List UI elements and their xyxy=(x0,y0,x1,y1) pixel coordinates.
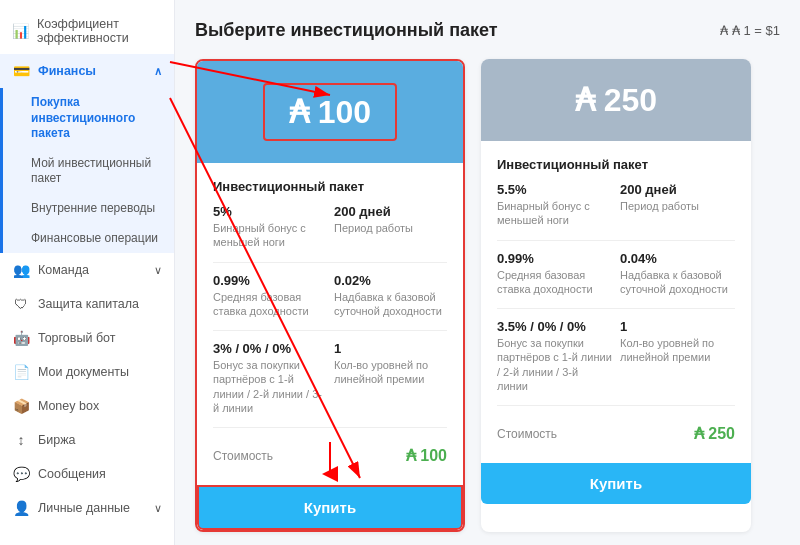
divider-1 xyxy=(213,262,447,263)
sub-item-label: Внутренние переводы xyxy=(31,201,155,217)
page-header: Выберите инвестиционный пакет ₳ ₳ 1 = $1 xyxy=(195,20,780,41)
levels-value: 1 xyxy=(334,341,447,356)
bot-icon: 🤖 xyxy=(12,330,30,346)
cost-trident: ₳ xyxy=(406,446,416,465)
card-row-2: 0.99% Средняя базовая ставка доходности … xyxy=(213,273,447,319)
binary-label: Бинарный бонус с меньшей ноги xyxy=(213,221,326,250)
surcharge-label-2: Надбавка к базовой суточной доходности xyxy=(620,268,735,297)
card-col-period-2: 200 дней Период работы xyxy=(620,182,735,228)
period-label: Период работы xyxy=(334,221,447,235)
card-amount-250: ₳ 250 xyxy=(575,82,657,118)
sidebar-item-protection[interactable]: 🛡 Защита капитала xyxy=(0,287,174,321)
amount-outlined-box: ₳ 100 xyxy=(263,83,397,141)
sidebar-item-bot[interactable]: 🤖 Торговый бот xyxy=(0,321,174,355)
card-col-partner-bonus: 3% / 0% / 0% Бонус за покупки партнёров … xyxy=(213,341,326,415)
levels-label: Кол-во уровней по линейной премии xyxy=(334,358,447,387)
card-cost-row: Стоимость ₳ 100 xyxy=(213,438,447,469)
card-col-partner-bonus-2: 3.5% / 0% / 0% Бонус за покупки партнёро… xyxy=(497,319,612,393)
surcharge-value-2: 0.04% xyxy=(620,251,735,266)
card-body-250: Инвестиционный пакет 5.5% Бинарный бонус… xyxy=(481,141,751,463)
period-value-2: 200 дней xyxy=(620,182,735,197)
sidebar-item-buy-package[interactable]: Покупка инвестиционного пакета xyxy=(3,88,174,149)
sidebar-item-label: Сообщения xyxy=(38,467,106,481)
page-title: Выберите инвестиционный пакет xyxy=(195,20,498,41)
card-amount-header: ₳ 100 xyxy=(197,61,463,163)
card-col-levels-2: 1 Кол-во уровней по линейной премии xyxy=(620,319,735,393)
card-col-surcharge-2: 0.04% Надбавка к базовой суточной доходн… xyxy=(620,251,735,297)
exchange-rate: ₳ ₳ 1 = $1 xyxy=(720,23,780,38)
card-col-period: 200 дней Период работы xyxy=(334,204,447,250)
sidebar-item-label: Защита капитала xyxy=(38,297,139,311)
divider-2 xyxy=(213,330,447,331)
sidebar-item-label: Команда xyxy=(38,263,89,277)
divider-1b xyxy=(497,240,735,241)
chevron-down-icon: ∨ xyxy=(154,264,162,277)
investment-cards: ₳ 100 Инвестиционный пакет 5% Бинарный б… xyxy=(195,59,780,532)
card-cost-row-2: Стоимость ₳ 250 xyxy=(497,416,735,447)
sidebar-item-finances[interactable]: 💳 Финансы ∧ ← xyxy=(0,54,174,88)
levels-label-2: Кол-во уровней по линейной премии xyxy=(620,336,735,365)
exchange-icon: ↕ xyxy=(12,432,30,448)
sidebar-item-label: Коэффициент эффективности xyxy=(37,17,162,45)
sidebar-item-label: Мои документы xyxy=(38,365,129,379)
sidebar-item-docs[interactable]: 📄 Мои документы xyxy=(0,355,174,389)
card-row-2b: 0.99% Средняя базовая ставка доходности … xyxy=(497,251,735,297)
investment-card-250: ₳ 250 Инвестиционный пакет 5.5% Бинарный… xyxy=(481,59,751,532)
efficiency-icon: 📊 xyxy=(12,23,29,39)
sidebar-item-label: Торговый бот xyxy=(38,331,115,345)
surcharge-label: Надбавка к базовой суточной доходности xyxy=(334,290,447,319)
cost-value: ₳ 100 xyxy=(406,446,447,465)
card-col-binary-2: 5.5% Бинарный бонус с меньшей ноги xyxy=(497,182,612,228)
base-rate-label-2: Средняя базовая ставка доходности xyxy=(497,268,612,297)
base-rate-value-2: 0.99% xyxy=(497,251,612,266)
sidebar-item-label: Личные данные xyxy=(38,501,130,515)
partner-bonus-label-2: Бонус за покупки партнёров с 1-й линии /… xyxy=(497,336,612,393)
sidebar-item-messages[interactable]: 💬 Сообщения xyxy=(0,457,174,491)
base-rate-label: Средняя базовая ставка доходности xyxy=(213,290,326,319)
levels-value-2: 1 xyxy=(620,319,735,334)
card-amount: ₳ 100 xyxy=(289,94,371,130)
card-row-3b: 3.5% / 0% / 0% Бонус за покупки партнёро… xyxy=(497,319,735,393)
sidebar-item-label: Финансы xyxy=(38,64,96,78)
chevron-up-icon: ∧ xyxy=(154,65,162,78)
sidebar-item-my-package[interactable]: Мой инвестиционный пакет xyxy=(3,149,174,194)
sidebar: 📊 Коэффициент эффективности 💳 Финансы ∧ … xyxy=(0,0,175,545)
sidebar-item-moneybox[interactable]: 📦 Money box xyxy=(0,389,174,423)
cost-trident-2: ₳ xyxy=(694,424,704,443)
divider-3b xyxy=(497,405,735,406)
messages-icon: 💬 xyxy=(12,466,30,482)
buy-button-100[interactable]: Купить xyxy=(197,485,463,530)
surcharge-value: 0.02% xyxy=(334,273,447,288)
binary-value: 5% xyxy=(213,204,326,219)
main-content: Выберите инвестиционный пакет ₳ ₳ 1 = $1… xyxy=(175,0,800,545)
sidebar-item-label: Биржа xyxy=(38,433,75,447)
card-section-title-250: Инвестиционный пакет xyxy=(497,157,735,172)
card-col-surcharge: 0.02% Надбавка к базовой суточной доходн… xyxy=(334,273,447,319)
cost-label-2: Стоимость xyxy=(497,427,557,441)
sidebar-item-transfers[interactable]: Внутренние переводы xyxy=(3,194,174,224)
partner-bonus-value-2: 3.5% / 0% / 0% xyxy=(497,319,612,334)
trident-icon: ₳ xyxy=(720,23,728,38)
period-label-2: Период работы xyxy=(620,199,735,213)
cost-number: 100 xyxy=(420,447,447,465)
buy-button-250[interactable]: Купить xyxy=(481,463,751,504)
sidebar-item-team[interactable]: 👥 Команда ∨ xyxy=(0,253,174,287)
card-amount-header-250: ₳ 250 xyxy=(481,59,751,141)
sidebar-item-exchange[interactable]: ↕ Биржа xyxy=(0,423,174,457)
binary-label-2: Бинарный бонус с меньшей ноги xyxy=(497,199,612,228)
personal-icon: 👤 xyxy=(12,500,30,516)
card-section-title: Инвестиционный пакет xyxy=(213,179,447,194)
sidebar-item-efficiency[interactable]: 📊 Коэффициент эффективности xyxy=(0,8,174,54)
finances-submenu: Покупка инвестиционного пакета Мой инвес… xyxy=(0,88,174,253)
sidebar-item-personal[interactable]: 👤 Личные данные ∨ xyxy=(0,491,174,525)
moneybox-icon: 📦 xyxy=(12,398,30,414)
binary-value-2: 5.5% xyxy=(497,182,612,197)
card-col-base-rate: 0.99% Средняя базовая ставка доходности xyxy=(213,273,326,319)
card-col-base-rate-2: 0.99% Средняя базовая ставка доходности xyxy=(497,251,612,297)
team-icon: 👥 xyxy=(12,262,30,278)
sidebar-item-operations[interactable]: Финансовые операции xyxy=(3,224,174,254)
finances-icon: 💳 xyxy=(12,63,30,79)
period-value: 200 дней xyxy=(334,204,447,219)
investment-card-100: ₳ 100 Инвестиционный пакет 5% Бинарный б… xyxy=(195,59,465,532)
partner-bonus-value: 3% / 0% / 0% xyxy=(213,341,326,356)
